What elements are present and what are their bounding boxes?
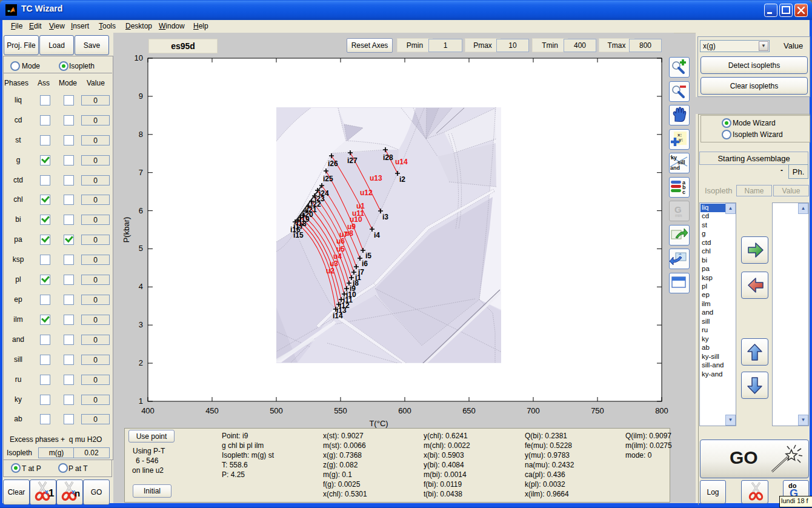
svg-text:c: c — [682, 189, 685, 195]
svg-text:u6: u6 — [336, 237, 345, 246]
svg-text:4: 4 — [139, 282, 143, 291]
svg-text:i25: i25 — [323, 175, 333, 183]
svg-text:u12: u12 — [360, 189, 373, 197]
svg-text:i14: i14 — [333, 312, 343, 320]
svg-text:y:: y: — [679, 137, 683, 142]
svg-text:u14: u14 — [395, 158, 408, 166]
svg-text:and: and — [670, 165, 680, 171]
svg-text:i3: i3 — [382, 213, 388, 221]
svg-text:i5: i5 — [365, 252, 371, 260]
svg-text:450: 450 — [205, 406, 219, 415]
svg-text:i28: i28 — [383, 153, 393, 162]
svg-text:ky: ky — [671, 155, 677, 161]
svg-text:750: 750 — [591, 406, 604, 415]
svg-text:8: 8 — [139, 130, 143, 139]
svg-text:i6: i6 — [362, 259, 368, 268]
svg-text:2: 2 — [139, 358, 143, 367]
svg-text:P(kbar): P(kbar) — [122, 217, 131, 243]
svg-text:650: 650 — [462, 406, 476, 415]
svg-text:T(°C): T(°C) — [369, 419, 388, 428]
svg-text:7: 7 — [139, 168, 143, 177]
svg-text:i4: i4 — [374, 231, 380, 239]
svg-text:400: 400 — [141, 406, 155, 415]
svg-text:550: 550 — [334, 406, 347, 415]
svg-text:5: 5 — [139, 244, 143, 253]
svg-text:800: 800 — [655, 406, 668, 415]
svg-text:500: 500 — [270, 406, 283, 415]
svg-text:1: 1 — [139, 396, 143, 406]
svg-text:600: 600 — [398, 406, 411, 415]
svg-text:u13: u13 — [370, 174, 382, 182]
svg-text:6: 6 — [139, 206, 143, 215]
svg-text:9: 9 — [139, 92, 143, 101]
svg-text:n: n — [75, 488, 80, 498]
svg-text:i27: i27 — [347, 156, 358, 165]
svg-text:10: 10 — [135, 53, 143, 62]
svg-text:i2: i2 — [399, 175, 405, 184]
svg-text:1: 1 — [48, 487, 54, 499]
svg-text:i26: i26 — [328, 159, 338, 168]
svg-text:i15: i15 — [293, 231, 304, 239]
svg-text:700: 700 — [527, 406, 540, 415]
svg-text:3: 3 — [139, 320, 143, 329]
svg-text:min: min — [675, 213, 682, 218]
svg-text:u2: u2 — [326, 267, 334, 275]
